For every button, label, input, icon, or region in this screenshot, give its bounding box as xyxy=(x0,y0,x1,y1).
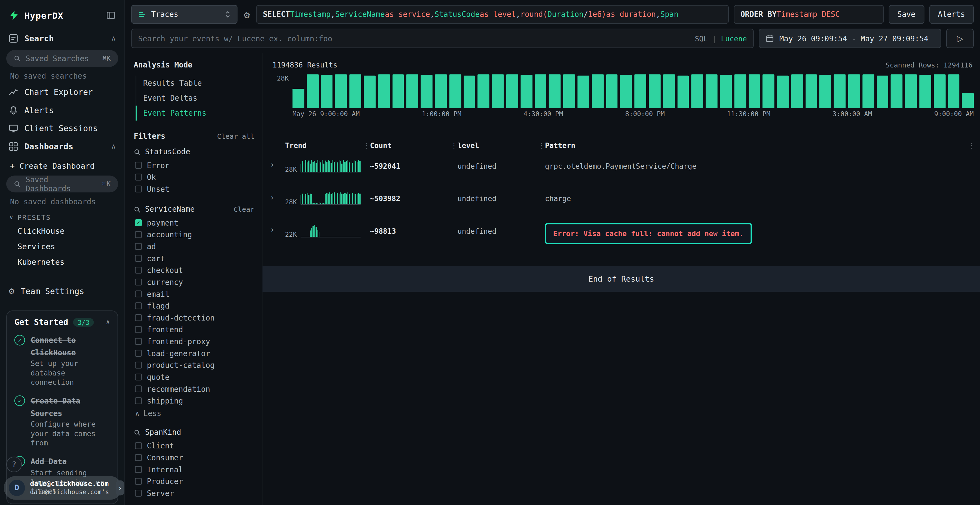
filter-option-email[interactable]: email xyxy=(134,288,254,300)
column-menu-icon[interactable]: ⋮ xyxy=(450,141,457,150)
filter-option-quote[interactable]: quote xyxy=(134,371,254,383)
sidebar-item-alerts[interactable]: Alerts xyxy=(0,101,124,119)
results-histogram[interactable]: 28K xyxy=(262,69,980,108)
source-selector[interactable]: Traces xyxy=(131,5,237,24)
table-options-icon[interactable]: ⋮ xyxy=(968,141,975,150)
checkbox[interactable] xyxy=(135,231,142,238)
show-less-link[interactable]: ∧Less xyxy=(134,407,254,418)
sql-query-editor[interactable]: SELECT Timestamp, ServiceName as service… xyxy=(256,5,729,24)
checkbox[interactable] xyxy=(135,490,142,497)
checkbox[interactable] xyxy=(135,173,142,180)
filter-option-ad[interactable]: ad xyxy=(134,241,254,252)
checkbox[interactable] xyxy=(135,466,142,473)
pattern-row[interactable]: ›22K~98813undefinedError: Visa cache ful… xyxy=(262,225,980,248)
mode-event-deltas[interactable]: Event Deltas xyxy=(135,91,254,106)
filter-option-product-catalog[interactable]: product-catalog xyxy=(134,359,254,371)
histogram-bars[interactable] xyxy=(293,74,974,108)
search-input-wrap[interactable]: SQL | Lucene xyxy=(131,29,754,48)
search-input[interactable] xyxy=(138,34,695,43)
filter-option-load-generator[interactable]: load-generator xyxy=(134,348,254,359)
chevron-right-icon[interactable]: › xyxy=(116,481,124,495)
checkbox[interactable] xyxy=(135,314,142,321)
mode-event-patterns[interactable]: Event Patterns xyxy=(135,106,254,121)
checkbox[interactable] xyxy=(135,291,142,297)
date-range-picker[interactable]: May 26 09:09:54 - May 27 09:09:54 xyxy=(759,29,941,48)
checkbox[interactable] xyxy=(135,350,142,357)
sidebar-collapse-icon[interactable] xyxy=(106,11,115,20)
preset-clickhouse[interactable]: ClickHouse xyxy=(0,223,124,239)
checkbox[interactable] xyxy=(135,267,142,273)
clear-all-filters-link[interactable]: Clear all xyxy=(217,132,255,140)
filter-group-header[interactable]: SpanKind xyxy=(134,426,254,440)
checkbox[interactable] xyxy=(135,186,142,192)
filter-option-currency[interactable]: currency xyxy=(134,276,254,288)
sidebar-item-dashboards[interactable]: Dashboards ∧ xyxy=(0,137,124,156)
filter-group-header[interactable]: StatusCode xyxy=(134,146,254,159)
lucene-toggle[interactable]: Lucene xyxy=(721,34,747,43)
checkbox[interactable] xyxy=(135,397,142,404)
checkbox[interactable] xyxy=(135,162,142,169)
filter-option-shipping[interactable]: shipping xyxy=(134,395,254,407)
checkbox[interactable] xyxy=(135,362,142,368)
alerts-button[interactable]: Alerts xyxy=(929,5,974,24)
save-button[interactable]: Save xyxy=(889,5,924,24)
checkbox[interactable] xyxy=(135,478,142,484)
run-query-button[interactable]: ▷ xyxy=(946,29,974,48)
row-expand-chevron[interactable]: › xyxy=(270,160,285,169)
order-by-editor[interactable]: ORDER BY Timestamp DESC xyxy=(733,5,884,24)
filter-option-checkout[interactable]: checkout xyxy=(134,264,254,276)
sidebar-item-team-settings[interactable]: ⚙ Team Settings xyxy=(0,283,124,301)
filter-group-header[interactable]: ServiceNameClear xyxy=(134,203,254,217)
row-expand-chevron[interactable]: › xyxy=(270,192,285,202)
sidebar-item-chart-explorer[interactable]: Chart Explorer xyxy=(0,83,124,101)
pattern-highlight[interactable]: Error: Visa cache full: cannot add new i… xyxy=(545,223,752,245)
checkbox[interactable] xyxy=(135,373,142,380)
checkbox[interactable] xyxy=(135,243,142,250)
filter-option-recommendation[interactable]: recommendation xyxy=(134,383,254,395)
user-account-chip[interactable]: D dale@clickhouse.com dale@clickhouse.co… xyxy=(4,476,122,500)
checkbox[interactable] xyxy=(135,302,142,309)
filter-option-Error[interactable]: Error xyxy=(134,159,254,171)
saved-searches-input[interactable]: Saved Searches ⌘K xyxy=(6,50,118,67)
filter-option-Producer[interactable]: Producer xyxy=(134,475,254,487)
filter-option-Server[interactable]: Server xyxy=(134,487,254,499)
preset-services[interactable]: Services xyxy=(0,239,124,254)
checkbox[interactable] xyxy=(135,338,142,345)
checkbox[interactable] xyxy=(135,326,142,333)
filter-option-accounting[interactable]: accounting xyxy=(134,229,254,241)
pattern-row[interactable]: ›28K~503982undefinedcharge xyxy=(262,192,980,215)
filter-clear-link[interactable]: Clear xyxy=(234,205,254,213)
row-expand-chevron[interactable]: › xyxy=(270,225,285,234)
chevron-up-icon[interactable]: ∧ xyxy=(106,318,110,326)
filter-option-payment[interactable]: ✓payment xyxy=(134,217,254,229)
filter-option-fraud-detection[interactable]: fraud-detection xyxy=(134,312,254,324)
filter-option-Ok[interactable]: Ok xyxy=(134,171,254,183)
sidebar-item-search[interactable]: Search ∧ xyxy=(0,29,124,48)
filter-option-Unset[interactable]: Unset xyxy=(134,183,254,195)
checkbox[interactable] xyxy=(135,442,142,449)
sidebar-item-client-sessions[interactable]: Client Sessions xyxy=(0,119,124,138)
filter-option-Consumer[interactable]: Consumer xyxy=(134,452,254,464)
checkbox[interactable] xyxy=(135,255,142,262)
filter-option-Internal[interactable]: Internal xyxy=(134,464,254,476)
preset-kubernetes[interactable]: Kubernetes xyxy=(0,254,124,270)
mode-results-table[interactable]: Results Table xyxy=(135,76,254,91)
saved-dashboards-input[interactable]: Saved Dashboards ⌘K xyxy=(6,176,118,192)
column-menu-icon[interactable]: ⋮ xyxy=(363,141,370,150)
create-dashboard-button[interactable]: + Create Dashboard xyxy=(0,156,124,173)
get-started-step[interactable]: ✓ Connect to ClickHouse Set up your data… xyxy=(14,333,110,387)
filter-option-Client[interactable]: Client xyxy=(134,440,254,452)
filter-option-flagd[interactable]: flagd xyxy=(134,300,254,312)
checkbox[interactable] xyxy=(135,386,142,392)
help-button[interactable]: ? xyxy=(6,457,22,472)
filter-option-frontend[interactable]: frontend xyxy=(134,324,254,335)
pattern-row[interactable]: ›28K~592041undefinedgrpc.oteldemo.Paymen… xyxy=(262,160,980,183)
filter-option-frontend-proxy[interactable]: frontend-proxy xyxy=(134,335,254,348)
filter-option-cart[interactable]: cart xyxy=(134,252,254,264)
get-started-step[interactable]: ✓ Create Data Sources Configure where yo… xyxy=(14,394,110,448)
checkbox[interactable] xyxy=(135,279,142,286)
column-menu-icon[interactable]: ⋮ xyxy=(538,141,545,150)
checkbox[interactable] xyxy=(135,454,142,461)
source-settings-gear-icon[interactable]: ⚙ xyxy=(243,8,251,21)
checkbox[interactable]: ✓ xyxy=(135,219,142,226)
